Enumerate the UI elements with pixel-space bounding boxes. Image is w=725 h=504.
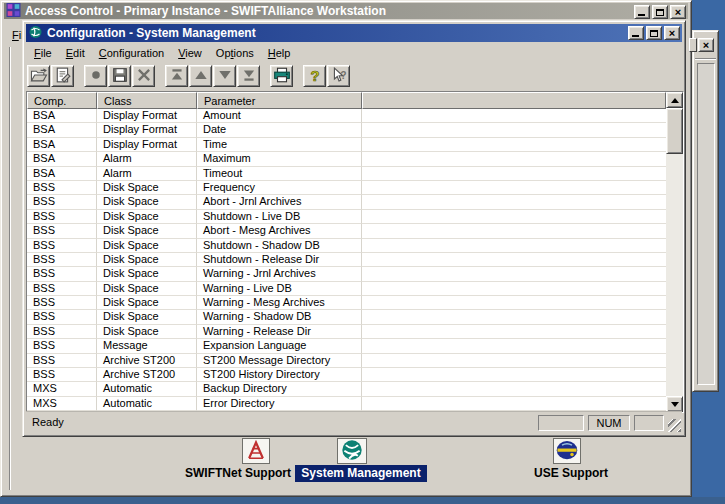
config-window-title: Configuration - System Management bbox=[47, 26, 256, 40]
cell-class: Disk Space bbox=[97, 296, 197, 310]
desktop-bottom-strip bbox=[0, 497, 725, 504]
record-button[interactable] bbox=[84, 65, 107, 87]
shortcut-system-management-label[interactable]: System Management bbox=[295, 465, 427, 482]
close-icon: × bbox=[669, 28, 675, 38]
menu-item-file[interactable]: File bbox=[27, 44, 59, 60]
menu-item-configuration[interactable]: Configuration bbox=[92, 44, 171, 60]
table-row[interactable]: MXSAutomaticError Directory bbox=[27, 397, 666, 411]
side-divider bbox=[695, 58, 716, 60]
cell-blank bbox=[362, 195, 666, 209]
column-header-Parameter[interactable]: Parameter bbox=[197, 92, 362, 109]
cell-class: Disk Space bbox=[97, 325, 197, 339]
table-row[interactable]: BSSDisk SpaceFrequency bbox=[27, 181, 666, 195]
vertical-scrollbar[interactable] bbox=[666, 92, 683, 412]
cell-blank bbox=[362, 210, 666, 224]
resize-grip-icon[interactable] bbox=[668, 419, 681, 432]
menu-item-options[interactable]: Options bbox=[209, 44, 261, 60]
menu-item-edit[interactable]: Edit bbox=[59, 44, 92, 60]
table-row[interactable]: BSSDisk SpaceShutdown - Shadow DB bbox=[27, 239, 666, 253]
scroll-up-button[interactable] bbox=[666, 92, 683, 108]
shortcut-use-support-icon[interactable] bbox=[553, 438, 581, 464]
table-row[interactable]: BSSDisk SpaceAbort - Mesg Archives bbox=[27, 224, 666, 238]
shortcut-system-management-icon[interactable] bbox=[337, 438, 367, 464]
cell-parameter: Amount bbox=[197, 109, 362, 123]
table-row[interactable]: MXSAutomaticBackup Directory bbox=[27, 382, 666, 396]
move-last-button[interactable] bbox=[237, 65, 260, 87]
delete-button[interactable] bbox=[132, 65, 155, 87]
cell-class: Disk Space bbox=[97, 282, 197, 296]
close-icon: × bbox=[703, 40, 709, 50]
move-up-button[interactable] bbox=[189, 65, 212, 87]
access-window-titlebar[interactable]: Access Control - Primary Instance - SWIF… bbox=[4, 3, 688, 19]
cell-blank bbox=[362, 368, 666, 382]
cell-blank bbox=[362, 109, 666, 123]
table-row[interactable]: BSSArchive ST200ST200 Message Directory bbox=[27, 354, 666, 368]
status-message: Ready bbox=[32, 416, 64, 428]
status-bar: Ready NUM bbox=[26, 411, 682, 433]
print-button[interactable] bbox=[270, 65, 293, 87]
minimize-icon bbox=[632, 35, 639, 37]
access-close-button[interactable]: × bbox=[670, 5, 686, 19]
context-help-button[interactable]: ? bbox=[327, 65, 350, 87]
cell-parameter: Time bbox=[197, 138, 362, 152]
table-row[interactable]: BSADisplay FormatDate bbox=[27, 123, 666, 137]
table-row[interactable]: BSSDisk SpaceWarning - Mesg Archives bbox=[27, 296, 666, 310]
config-maximize-button[interactable] bbox=[646, 26, 662, 40]
svg-text:?: ? bbox=[310, 68, 319, 83]
table-row[interactable]: BSSDisk SpaceShutdown - Release Dir bbox=[27, 253, 666, 267]
cell-parameter: Warning - Live DB bbox=[197, 282, 362, 296]
cell-comp: BSS bbox=[27, 239, 97, 253]
config-minimize-button[interactable] bbox=[628, 26, 644, 40]
column-header-blank[interactable] bbox=[362, 92, 666, 109]
side-partial-button[interactable] bbox=[689, 38, 697, 52]
move-up-icon bbox=[193, 67, 209, 85]
config-window-titlebar[interactable]: Configuration - System Management × bbox=[26, 24, 682, 42]
cell-comp: BSS bbox=[27, 282, 97, 296]
table-row[interactable]: BSADisplay FormatAmount bbox=[27, 109, 666, 123]
configuration-window: Configuration - System Management × File… bbox=[22, 20, 686, 437]
table-row[interactable]: BSSDisk SpaceAbort - Jrnl Archives bbox=[27, 195, 666, 209]
properties-button[interactable] bbox=[51, 65, 74, 87]
scrollbar-thumb[interactable] bbox=[666, 108, 683, 154]
open-button[interactable] bbox=[27, 65, 50, 87]
table-row[interactable]: BSSDisk SpaceWarning - Live DB bbox=[27, 282, 666, 296]
access-maximize-button[interactable] bbox=[652, 5, 668, 19]
config-close-button[interactable]: × bbox=[664, 26, 680, 40]
column-header-Class[interactable]: Class bbox=[97, 92, 197, 109]
status-pane-blank-1 bbox=[538, 415, 584, 431]
cell-comp: BSS bbox=[27, 368, 97, 382]
move-down-icon bbox=[217, 67, 233, 85]
system-management-icon bbox=[340, 439, 364, 463]
table-row[interactable]: BSAAlarmMaximum bbox=[27, 152, 666, 166]
help-button[interactable]: ? bbox=[303, 65, 326, 87]
cell-comp: BSS bbox=[27, 296, 97, 310]
save-button[interactable] bbox=[108, 65, 131, 87]
cell-parameter: Shutdown - Live DB bbox=[197, 210, 362, 224]
menu-item-help[interactable]: Help bbox=[261, 44, 298, 60]
context-help-icon: ? bbox=[331, 67, 347, 85]
column-header-Comp.[interactable]: Comp. bbox=[27, 92, 97, 109]
move-first-button[interactable] bbox=[165, 65, 188, 87]
desktop: Access Control - Primary Instance - SWIF… bbox=[0, 0, 725, 504]
access-minimize-button[interactable] bbox=[634, 5, 650, 19]
table-row[interactable]: BSADisplay FormatTime bbox=[27, 138, 666, 152]
table-row[interactable]: BSSDisk SpaceWarning - Release Dir bbox=[27, 325, 666, 339]
shortcut-use-support-label[interactable]: USE Support bbox=[504, 465, 638, 482]
shortcut-swiftnet-support-icon[interactable] bbox=[242, 438, 270, 464]
cell-class: Archive ST200 bbox=[97, 368, 197, 382]
access-window-title: Access Control - Primary Instance - SWIF… bbox=[25, 4, 386, 18]
table-row[interactable]: BSSDisk SpaceWarning - Jrnl Archives bbox=[27, 267, 666, 281]
menu-item-view[interactable]: View bbox=[171, 44, 209, 60]
table-row[interactable]: BSSDisk SpaceShutdown - Live DB bbox=[27, 210, 666, 224]
status-pane-num: NUM bbox=[588, 415, 630, 431]
table-row[interactable]: BSAAlarmTimeout bbox=[27, 167, 666, 181]
table-row[interactable]: BSSDisk SpaceWarning - Shadow DB bbox=[27, 310, 666, 324]
move-down-button[interactable] bbox=[213, 65, 236, 87]
side-close-button[interactable]: × bbox=[698, 38, 714, 52]
arrow-up-icon bbox=[671, 98, 679, 103]
table-row[interactable]: BSSMessageExpansion Language bbox=[27, 339, 666, 353]
cell-parameter: Timeout bbox=[197, 167, 362, 181]
table-row[interactable]: BSSArchive ST200ST200 History Directory bbox=[27, 368, 666, 382]
scroll-down-button[interactable] bbox=[666, 396, 683, 412]
cell-class: Automatic bbox=[97, 382, 197, 396]
